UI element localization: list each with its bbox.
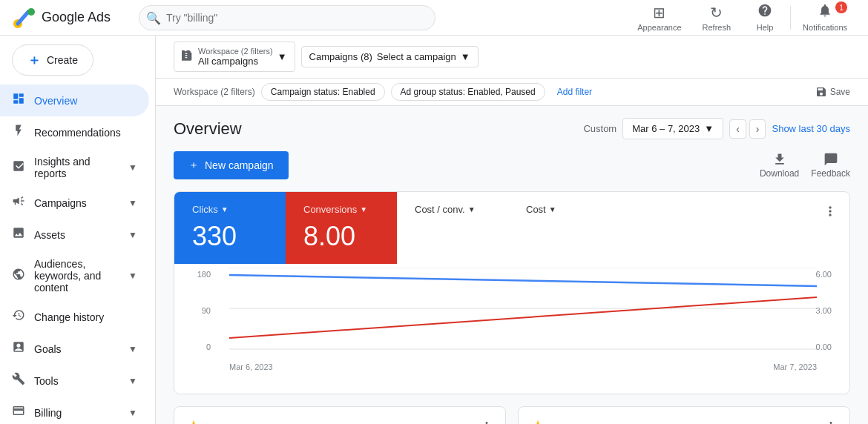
search-bar[interactable]: 🔍 [139,5,435,30]
cost-label: Cost ▼ [526,204,602,215]
sidebar-item-recommendations[interactable]: Recommendations [0,116,149,148]
google-ads-logo-icon [12,6,36,30]
help-button[interactable]: Help [743,0,787,35]
metrics-more-button[interactable] [811,192,849,264]
sidebar-item-audiences[interactable]: Audiences, keywords, and content ▼ [0,251,149,301]
sidebar-item-label-tools: Tools [34,375,59,387]
sidebar-item-campaigns[interactable]: Campaigns ▼ [0,187,149,219]
logo: Google Ads [12,6,127,30]
billing-icon [12,404,25,421]
notifications-label: Notifications [803,23,847,32]
assets-icon [12,226,25,243]
appearance-icon: ⊞ [653,4,665,21]
download-icon [772,152,787,167]
date-range-value: Mar 6 – 7, 2023 [632,123,700,134]
save-label: Save [830,87,850,97]
sidebar-item-label-audiences: Audiences, keywords, and content [34,258,119,294]
svg-line-1 [18,12,28,24]
sidebar-item-label-insights: Insights and reports [34,156,119,179]
cost-metric[interactable]: Cost ▼ [508,192,619,264]
clicks-dropdown-icon: ▼ [221,205,228,213]
sidebar-item-insights[interactable]: Insights and reports ▼ [0,148,149,187]
refresh-icon: ↻ [710,4,723,21]
feedback-button[interactable]: Feedback [811,152,850,179]
conversions-label: Conversions ▼ [303,204,379,215]
sidebar-item-assets[interactable]: Assets ▼ [0,219,149,251]
date-range-custom-label: Custom [583,123,617,134]
recommendations-icon [12,124,25,141]
notifications-icon [818,3,832,21]
refresh-label: Refresh [703,23,731,32]
recommendation-more-button[interactable] [824,420,838,424]
sidebar: ＋ Create Overview Recommendations [0,36,156,424]
create-label: Create [47,54,78,66]
help-icon [757,3,772,21]
clicks-value: 330 [192,221,268,252]
sidebar-item-goals[interactable]: Goals ▼ [0,333,149,365]
campaign-status-label: Campaign status: Enabled [271,87,375,97]
tools-chevron-icon: ▼ [128,376,137,386]
clicks-metric[interactable]: Clicks ▼ 330 [174,192,286,264]
bottom-cards: Optimization score Recommendation [174,406,850,424]
sidebar-item-label-assets: Assets [34,229,65,241]
appearance-label: Appearance [637,23,681,32]
sidebar-item-label-goals: Goals [34,343,62,355]
date-next-button[interactable]: › [749,119,766,139]
overview-icon [12,92,25,109]
appearance-button[interactable]: ⊞ Appearance [628,1,690,35]
workspace-icon [182,50,194,64]
metrics-row: Clicks ▼ 330 Conversions ▼ 8.00 [174,192,849,264]
insights-icon [12,159,25,176]
campaign-status-filter[interactable]: Campaign status: Enabled [261,83,385,101]
recommendation-card-left: Recommendation [530,419,633,424]
conversions-metric[interactable]: Conversions ▼ 8.00 [286,192,397,264]
ad-group-status-filter[interactable]: Ad group status: Enabled, Paused [391,83,545,101]
notifications-button[interactable]: 1 Notifications [794,0,856,35]
ad-group-status-label: Ad group status: Enabled, Paused [401,87,536,97]
workspace-selector[interactable]: Workspace (2 filters) All campaigns ▼ [174,42,295,72]
date-prev-button[interactable]: ‹ [729,119,746,139]
campaign-selector[interactable]: Campaigns (8) Select a campaign ▼ [301,46,479,67]
sidebar-item-label-campaigns: Campaigns [34,197,87,209]
billing-chevron-icon: ▼ [128,408,137,418]
sidebar-item-overview[interactable]: Overview [0,85,149,116]
new-campaign-plus-icon: ＋ [188,159,199,172]
optimization-card-left: Optimization score [186,419,293,424]
date-range-group: Custom Mar 6 – 7, 2023 ▼ ‹ › Show last 3… [583,118,850,139]
content-header: Workspace (2 filters) All campaigns ▼ Ca… [156,36,868,79]
show-last-button[interactable]: Show last 30 days [772,123,850,134]
sidebar-item-billing[interactable]: Billing ▼ [0,397,149,424]
sidebar-item-change-history[interactable]: Change history [0,301,149,333]
topbar: Google Ads 🔍 ⊞ Appearance ↻ Refresh Help [0,0,868,36]
workspace-filter-label: Workspace (2 filters) [174,87,255,97]
assets-chevron-icon: ▼ [128,230,137,240]
new-campaign-label: New campaign [205,159,274,171]
sidebar-item-tools[interactable]: Tools ▼ [0,365,149,397]
optimization-more-button[interactable] [480,420,493,424]
save-icon [815,86,827,98]
recommendation-card[interactable]: Recommendation [518,406,850,424]
campaigns-icon [12,194,25,211]
cost-conv-metric[interactable]: Cost / conv. ▼ [397,192,508,264]
date-range-selector[interactable]: Mar 6 – 7, 2023 ▼ [622,118,723,139]
create-button-wrap: ＋ Create [0,36,155,85]
audiences-chevron-icon: ▼ [128,271,137,281]
optimization-score-card[interactable]: Optimization score [174,406,506,424]
search-input[interactable] [139,5,435,30]
overview-section: Overview Custom Mar 6 – 7, 2023 ▼ ‹ › Sh… [156,106,868,424]
download-button[interactable]: Download [760,152,799,179]
sidebar-item-label-recommendations: Recommendations [34,127,121,139]
create-plus-icon: ＋ [27,51,41,69]
save-button[interactable]: Save [815,86,850,98]
download-label: Download [760,168,799,179]
create-button[interactable]: ＋ Create [12,44,93,76]
conversions-dropdown-icon: ▼ [360,205,367,213]
campaigns-sub-text: Select a campaign [377,51,456,62]
sidebar-item-label-overview: Overview [34,95,77,107]
optimization-icon [186,419,201,424]
add-filter-button[interactable]: Add filter [551,84,598,100]
refresh-button[interactable]: ↻ Refresh [694,1,740,35]
insights-chevron-icon: ▼ [128,162,137,173]
topbar-actions: ⊞ Appearance ↻ Refresh Help 1 Notificati… [628,0,856,35]
new-campaign-button[interactable]: ＋ New campaign [174,151,289,179]
